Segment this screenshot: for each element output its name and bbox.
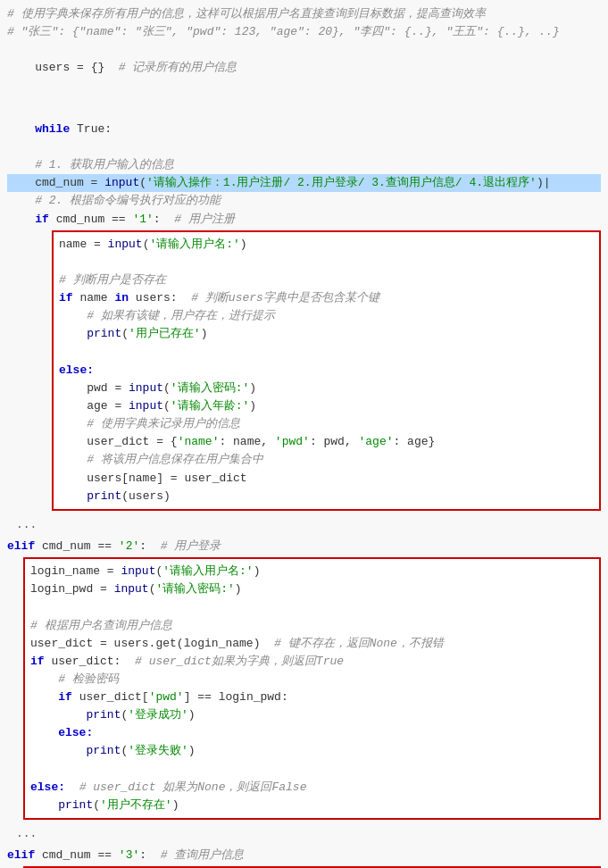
- b1-age: age = input('请输入年龄:'): [59, 397, 594, 415]
- block2-bordered: login_name = input('请输入用户名:') login_pwd …: [23, 557, 601, 820]
- b1-comment3: # 使用字典来记录用户的信息: [59, 415, 594, 433]
- b1-comment4: # 将该用户信息保存在用户集合中: [59, 451, 594, 469]
- header-comment-2: # "张三": {"name": "张三", "pwd": 123, "age"…: [7, 23, 601, 41]
- b2-print-fail: print('登录失败'): [30, 742, 594, 760]
- b2-comment1: # 根据用户名查询用户信息: [30, 617, 594, 635]
- b2-userdict-get: user_dict = users.get(login_name) # 键不存在…: [30, 635, 594, 653]
- while-true-line: while True:: [7, 103, 601, 156]
- b2-print-success: print('登录成功'): [30, 706, 594, 724]
- b1-if-name: if name in users: # 判断users字典中是否包含某个键: [59, 289, 594, 307]
- b2-print-notexist: print('用户不存在'): [30, 797, 594, 814]
- ellipsis-2: ...: [7, 822, 601, 847]
- b2-empty1: [30, 598, 594, 616]
- cmd-num-line: cmd_num = input('请输入操作：1.用户注册/ 2.用户登录/ 3…: [7, 174, 601, 192]
- users-init-line: users = {} # 记录所有的用户信息: [7, 41, 601, 95]
- b2-else2: else: # user_dict 如果为None，则返回False: [30, 779, 594, 797]
- b2-comment2: # 检验密码: [30, 671, 594, 689]
- b2-empty2: [30, 761, 594, 779]
- if-1-line: if cmd_num == '1': # 用户注册: [7, 211, 601, 229]
- comment-get-input: # 1. 获取用户输入的信息: [7, 156, 601, 174]
- b2-else1: else:: [30, 724, 594, 742]
- b1-else: else:: [59, 362, 594, 380]
- elif-3-line: elif cmd_num == '3': # 查询用户信息: [7, 847, 601, 864]
- b1-print-exist: print('用户已存在'): [59, 325, 594, 343]
- code-view: # 使用字典来保存所有用户的信息，这样可以根据用户名直接查询到目标数据，提高查询…: [0, 0, 608, 868]
- b1-print-users: print(users): [59, 488, 594, 505]
- b2-login-pwd: login_pwd = input('请输入密码:'): [30, 580, 594, 598]
- b1-users-assign: users[name] = user_dict: [59, 470, 594, 488]
- users-var: users = {}: [35, 61, 119, 74]
- block1-bordered: name = input('请输入用户名:') # 判断用户是否存在 if na…: [52, 230, 601, 511]
- b2-login-name: login_name = input('请输入用户名:'): [30, 563, 594, 580]
- b1-comment2: # 如果有该键，用户存在，进行提示: [59, 307, 594, 325]
- header-comment-1: # 使用字典来保存所有用户的信息，这样可以根据用户名直接查询到目标数据，提高查询…: [7, 5, 601, 23]
- b1-line1: name = input('请输入用户名:'): [59, 236, 594, 254]
- b1-empty1: [59, 254, 594, 271]
- b2-if-userdict: if user_dict: # user_dict如果为字典，则返回True: [30, 653, 594, 671]
- comment-cmd: # 2. 根据命令编号执行对应的功能: [7, 192, 601, 210]
- b2-if-pwd: if user_dict['pwd'] == login_pwd:: [30, 689, 594, 706]
- b1-empty2: [59, 344, 594, 362]
- b1-comment1: # 判断用户是否存在: [59, 271, 594, 289]
- ellipsis-1: ...: [7, 513, 601, 538]
- elif-2-line: elif cmd_num == '2': # 用户登录: [7, 538, 601, 555]
- b1-userdict: user_dict = {'name': name, 'pwd': pwd, '…: [59, 433, 594, 451]
- b1-pwd: pwd = input('请输入密码:'): [59, 380, 594, 397]
- users-comment: # 记录所有的用户信息: [119, 61, 237, 74]
